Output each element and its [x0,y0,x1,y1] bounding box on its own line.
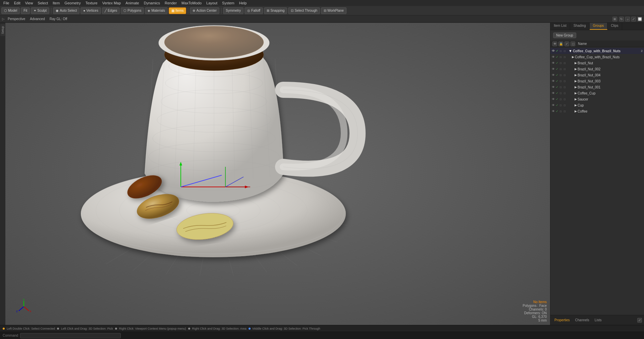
advanced-btn[interactable]: Advanced [28,17,46,21]
svg-line-64 [24,307,29,311]
perspective-btn[interactable]: Perspective [6,17,27,21]
properties-tab[interactable]: Properties [552,318,572,323]
lock-header-icon[interactable]: 🔒 [558,42,563,46]
tab-spacer [622,23,644,30]
edges-btn[interactable]: ╱ Edges [102,7,120,14]
toolbar: ⬡ Model Fit ✦ Sculpt ◉ Auto Select ● Ver… [0,6,644,15]
status-text-4: Right Click and Drag: 3D Selection: Area [192,327,247,330]
menu-texture[interactable]: Texture [84,1,100,5]
item-name-3: Brazil_Nut_002 [578,67,643,71]
action-center-btn[interactable]: ⊕ Action Center [190,7,219,14]
mode-fit-btn[interactable]: Fit [21,7,30,14]
scene-list[interactable]: 👁 ✓ □ □ ▼ Coffee_Cup_with_Brazil_Nuts 2 … [550,47,644,315]
materials-btn[interactable]: ◈ Materials [145,7,168,14]
col-name-label: Name [578,42,587,46]
scene-item-9[interactable]: 👁 ✓ □ □ ▶ Cup [550,102,644,108]
viewport-expand-icon[interactable]: ⤢ [631,17,636,21]
menu-help[interactable]: Help [237,1,249,5]
tab-groups[interactable]: Groups [590,23,608,30]
status-dot-1 [3,328,5,330]
scene-item-group-root[interactable]: 👁 ✓ □ □ ▼ Coffee_Cup_with_Brazil_Nuts 2 [550,48,644,54]
auto-select-btn[interactable]: ◉ Auto Select [53,7,79,14]
menu-vertex-map[interactable]: Vertex Map [100,1,123,5]
bottom-right-tabs: Properties Channels Lists ⤢ [550,315,644,325]
vis-header-icon[interactable]: ◻ [571,42,575,46]
channels-tab[interactable]: Channels [573,318,591,323]
menu-system[interactable]: System [220,1,236,5]
menu-file[interactable]: File [1,1,11,5]
falloff-icon: ◎ [247,9,250,12]
autoselect-icon: ◉ [56,9,59,12]
item-name-1: Coffee_Cup_with_Brazil_Nuts [575,55,643,59]
menu-render[interactable]: Render [163,1,179,5]
materials-icon: ◈ [148,9,150,12]
polygons-btn[interactable]: ⬡ Polygons [121,7,144,14]
falloff-btn[interactable]: ◎ Falloff [245,7,263,14]
scene-item-3[interactable]: 👁 ✓ □ □ ▶ Brazil_Nut_002 [550,66,644,72]
item-name-10: Coffee [578,110,643,113]
scene-svg [5,23,550,325]
select-through-btn[interactable]: ⊡ Select Through [288,7,320,14]
workplane-btn[interactable]: ⊟ WorkPlane [321,7,346,14]
expand-panel-icon[interactable]: ⤢ [637,318,642,323]
check-header-icon[interactable]: ✓ [565,42,569,46]
scene-item-6[interactable]: 👁 ✓ □ □ ▶ Brazil_Nut_001 [550,84,644,90]
snapping-icon: ⊞ [267,9,269,12]
mode-sculpt-btn[interactable]: ✦ Sculpt [31,7,49,14]
axes-indicator: X Z Y [15,298,32,315]
scene-item-7[interactable]: 👁 ✓ □ □ ▶ Coffee_Cup [550,90,644,96]
svg-point-49 [164,26,264,58]
menu-layout[interactable]: Layout [204,1,219,5]
menu-view[interactable]: View [23,1,35,5]
symmetry-btn[interactable]: Symmetry [223,7,244,14]
tab-shading[interactable]: Shading [570,23,590,30]
menu-geometry[interactable]: Geometry [62,1,83,5]
ray-gl-btn[interactable]: Ray GL: Off [48,17,69,21]
tab-clips[interactable]: Clips [607,23,622,30]
viewport-refresh-icon[interactable]: ↻ [619,17,624,21]
axes-svg: X Z Y [15,298,32,315]
svg-text:X: X [30,310,32,313]
viewport-layout-icon[interactable]: ⊞ [612,17,617,21]
scene-item-5[interactable]: 👁 ✓ □ □ ▶ Brazil_Nut_003 [550,78,644,84]
item-name-2: Brazil_Nut [578,61,643,65]
status-text-1: Left Double Click: Select Connected [7,327,55,330]
item-count: 2 [641,49,643,53]
viewport[interactable]: No Items Polygons : Face Channels: 0 Def… [5,23,550,325]
toolbar-sep-3 [221,8,221,14]
item-name-group-root: Coffee_Cup_with_Brazil_Nuts [573,49,640,53]
viewport-maximize-icon[interactable]: ⬜ [637,17,642,21]
menubar: File Edit View Select Item Geometry Text… [0,0,644,6]
item-name-7: Coffee_Cup [578,91,643,95]
polygons-icon: ⬡ [123,9,126,12]
eye-header-icon[interactable]: 👁 [552,42,557,46]
right-panel-tabs: Item List Shading Groups Clips [550,23,644,30]
left-tab-setup[interactable]: Setup [0,24,5,36]
scene-item-4[interactable]: 👁 ✓ □ □ ▶ Brazil_Nut_004 [550,72,644,78]
items-btn[interactable]: ▦ Items [169,7,186,14]
scene-item-1[interactable]: 👁 ✓ □ □ ▶ Coffee_Cup_with_Brazil_Nuts [550,54,644,60]
scene-item-2[interactable]: 👁 ✓ □ □ ▶ Brazil_Nut [550,60,644,66]
svg-text:Y: Y [23,298,25,301]
lists-tab[interactable]: Lists [593,318,604,323]
status-text-5: Middle Click and Drag: 3D Selection: Pic… [253,327,320,330]
command-input[interactable] [20,333,121,338]
mode-model-btn[interactable]: ⬡ Model [1,7,20,14]
main-area: Setup [0,23,644,325]
menu-dynamics[interactable]: Dynamics [142,1,162,5]
scene-item-8[interactable]: 👁 ✓ □ □ ▶ Saucer [550,96,644,102]
check-icon: ✓ [556,49,559,53]
tab-item-list[interactable]: Item List [550,23,570,30]
menu-maxtomodo[interactable]: MaxToModo [179,1,204,5]
menu-select[interactable]: Select [36,1,50,5]
snapping-btn[interactable]: ⊞ Snapping [264,7,287,14]
scene-item-10[interactable]: 👁 ✓ □ □ ▶ Coffee [550,108,644,114]
menu-animate[interactable]: Animate [123,1,141,5]
new-group-button[interactable]: New Group [553,32,576,38]
vertices-btn[interactable]: ● Vertices [80,7,101,14]
vertices-icon: ● [83,9,85,12]
viewport-search-icon[interactable]: ⌕ [625,17,630,21]
new-group-area: New Group [550,30,644,41]
menu-edit[interactable]: Edit [12,1,22,5]
menu-item[interactable]: Item [51,1,62,5]
